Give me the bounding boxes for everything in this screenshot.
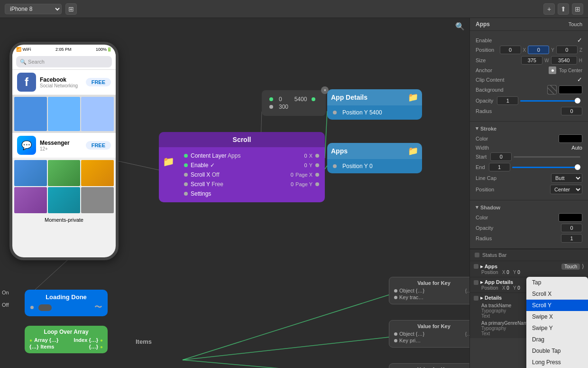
iphone-content: 🔍 Search f Facebook Social Networking FR… bbox=[12, 54, 116, 257]
iphone-preview: 📶 WiFi 2:05 PM 100%🔋 🔍 Search f Facebook… bbox=[9, 42, 119, 260]
stroke-start-input[interactable] bbox=[490, 152, 512, 161]
app-details-node[interactable]: App Details 📁 Position Y 5400 bbox=[327, 89, 422, 120]
items-label: Items bbox=[136, 338, 152, 345]
shadow-title: ▾ Shadow bbox=[476, 204, 582, 210]
off-label: Off bbox=[2, 302, 9, 308]
loading-done-bottom: 〜 bbox=[30, 302, 102, 312]
panel-bg-row: Background bbox=[476, 85, 582, 94]
messenger-get-btn[interactable]: FREE bbox=[86, 141, 111, 150]
right-dot-scroll-y bbox=[315, 182, 319, 186]
app-details-dot bbox=[333, 111, 337, 114]
clip-content-label: Clip Content bbox=[476, 77, 505, 83]
multi-view-icon[interactable]: ⊞ bbox=[65, 3, 77, 15]
loading-done-label: Loading Done bbox=[30, 293, 102, 301]
iphone-status-bar: 📶 WiFi 2:05 PM 100%🔋 bbox=[12, 45, 116, 54]
dropdown-scroll-y[interactable]: Scroll Y bbox=[526, 300, 588, 311]
position-z-input[interactable] bbox=[556, 46, 578, 54]
value-for-key-2[interactable]: Value for Key Object {…} {…} Key pri… bbox=[389, 320, 469, 348]
vfk2-row-1: Object {…} {…} bbox=[394, 331, 469, 337]
loading-done-node[interactable]: Loading Done 〜 bbox=[25, 290, 108, 316]
scroll-node-title: Scroll bbox=[159, 132, 325, 147]
facebook-icon: f bbox=[17, 73, 36, 92]
value-for-key-1[interactable]: Value for Key Object {…} {…} Key trac… bbox=[389, 277, 469, 304]
scroll-node[interactable]: Scroll 📁 Content Layer Apps 0 X Enable ✓… bbox=[159, 132, 325, 202]
close-values: 0 5400 300 bbox=[269, 96, 318, 110]
dropdown-double-tap[interactable]: Double Tap bbox=[526, 345, 588, 357]
stroke-position-row: Position Center Inside Outside bbox=[476, 185, 582, 194]
vfk2-dot-2 bbox=[394, 339, 397, 342]
loading-toggle[interactable] bbox=[38, 304, 52, 311]
opacity-slider-thumb[interactable] bbox=[575, 98, 580, 104]
apps-expand-icon[interactable]: ⟩ bbox=[582, 263, 584, 270]
stroke-end-slider[interactable] bbox=[512, 167, 580, 168]
stroke-start-slider[interactable] bbox=[514, 156, 580, 158]
stroke-end-thumb[interactable] bbox=[575, 164, 580, 170]
loop-row-2: {…} Items {…} ● bbox=[29, 344, 103, 349]
loop-array-node[interactable]: Loop Over Array ● Array {…} Index {…} ● … bbox=[25, 326, 108, 353]
close-dot-2 bbox=[312, 97, 315, 101]
photo-5 bbox=[48, 187, 81, 213]
linecap-select[interactable]: Butt Round Square bbox=[551, 173, 582, 183]
size-w-input[interactable] bbox=[521, 56, 542, 65]
details-title: ▸ Details bbox=[480, 295, 502, 301]
size-h-input[interactable] bbox=[551, 56, 577, 65]
stroke-end-fill bbox=[512, 167, 580, 168]
position-y-input[interactable] bbox=[528, 46, 549, 54]
stroke-color-label: Color bbox=[476, 136, 488, 142]
view-toggle-button[interactable]: ⊞ bbox=[572, 3, 583, 15]
stroke-width-value: Auto bbox=[571, 145, 582, 151]
radius-label: Radius bbox=[476, 108, 492, 114]
canvas[interactable]: 🔍 📶 WiFi 2:05 PM 100%🔋 bbox=[0, 18, 469, 368]
stroke-end-input[interactable] bbox=[489, 163, 510, 171]
app-details-checkbox[interactable] bbox=[474, 280, 478, 285]
panel-apps-title: Apps bbox=[476, 21, 490, 28]
stroke-collapse-icon[interactable]: ▾ bbox=[476, 125, 478, 132]
position-x-input[interactable] bbox=[500, 46, 521, 54]
add-button[interactable]: + bbox=[543, 3, 555, 15]
facebook-get-btn[interactable]: FREE bbox=[86, 78, 111, 86]
apps-checkbox[interactable] bbox=[474, 264, 478, 269]
shadow-radius-label: Radius bbox=[476, 236, 492, 241]
close-value-node[interactable]: × 0 5400 300 bbox=[262, 90, 326, 116]
bg-color-swatch[interactable] bbox=[559, 85, 582, 94]
shadow-opacity-input[interactable] bbox=[561, 224, 582, 232]
panel-enable-section: Enable ✓ Position X Y Z Size W bbox=[470, 31, 588, 122]
scroll-row-scroll-y: Scroll Y Free 0 Page Y bbox=[184, 179, 319, 189]
loading-dot bbox=[30, 306, 34, 309]
panel-anchor-row: Anchor Top Center bbox=[476, 66, 582, 74]
shadow-radius-input[interactable] bbox=[561, 234, 582, 243]
stroke-position-select[interactable]: Center Inside Outside bbox=[550, 185, 582, 194]
radius-input[interactable] bbox=[561, 107, 582, 115]
panel-opacity-row: Opacity bbox=[476, 96, 582, 105]
vfk2-header: Value for Key bbox=[394, 323, 469, 329]
dropdown-scroll-x[interactable]: Scroll X bbox=[526, 288, 588, 300]
details-checkbox[interactable] bbox=[474, 296, 478, 301]
shadow-color-label: Color bbox=[476, 215, 488, 220]
shadow-color-swatch[interactable] bbox=[559, 213, 582, 222]
dropdown-long-press[interactable]: Long Press bbox=[526, 357, 588, 368]
dropdown-tap[interactable]: Tap bbox=[526, 277, 588, 288]
dropdown-swipe-y[interactable]: Swipe Y bbox=[526, 322, 588, 334]
panel-touch-label: Touch bbox=[569, 21, 582, 27]
value-for-key-3[interactable]: Value for Key Object {…} {…} bbox=[389, 363, 469, 368]
dropdown-swipe-x[interactable]: Swipe X bbox=[526, 311, 588, 322]
apps-node[interactable]: Apps 📁 Position Y 0 bbox=[327, 143, 422, 173]
touch-dropdown-menu[interactable]: Tap Scroll X Scroll Y Swipe X Swipe Y Dr… bbox=[526, 277, 588, 368]
share-button[interactable]: ⬆ bbox=[558, 3, 569, 15]
dropdown-drag[interactable]: Drag bbox=[526, 334, 588, 345]
scroll-node-body: Content Layer Apps 0 X Enable ✓ 0 Y bbox=[178, 147, 325, 202]
bg-pattern-swatch[interactable] bbox=[547, 85, 557, 94]
opacity-slider-track[interactable] bbox=[520, 100, 580, 102]
linecap-label: Line Cap bbox=[476, 175, 496, 181]
apps-body: Position Y 0 bbox=[327, 159, 422, 173]
search-icon[interactable]: 🔍 bbox=[455, 22, 465, 31]
shadow-section: ▾ Shadow Color Opacity Radius bbox=[470, 200, 588, 249]
iphone-search-area: 🔍 Search bbox=[12, 54, 116, 70]
app-details-title: ▸ App Details bbox=[480, 279, 513, 285]
opacity-input[interactable] bbox=[497, 96, 518, 105]
loop-header: Loop Over Array bbox=[29, 329, 103, 335]
stroke-color-swatch[interactable] bbox=[559, 134, 582, 143]
opacity-label: Opacity bbox=[476, 98, 493, 104]
device-select[interactable]: iPhone 8 bbox=[5, 4, 62, 14]
shadow-collapse-icon[interactable]: ▾ bbox=[476, 204, 478, 210]
